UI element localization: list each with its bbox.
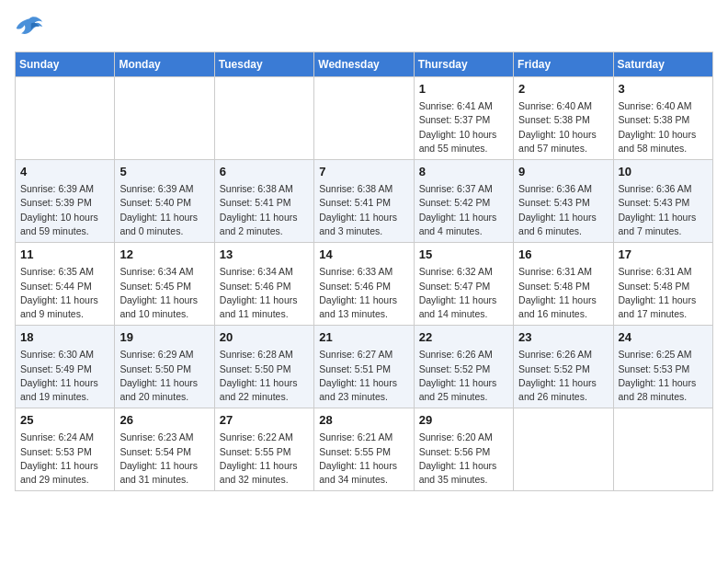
day-info: Sunrise: 6:31 AM Sunset: 5:48 PM Dayligh… (619, 265, 708, 321)
day-info: Sunrise: 6:39 AM Sunset: 5:40 PM Dayligh… (119, 182, 209, 238)
calendar-cell: 24Sunrise: 6:25 AM Sunset: 5:53 PM Dayli… (613, 326, 712, 408)
day-number: 27 (220, 412, 309, 429)
calendar-cell: 19Sunrise: 6:29 AM Sunset: 5:50 PM Dayli… (115, 326, 214, 408)
day-info: Sunrise: 6:31 AM Sunset: 5:48 PM Dayligh… (518, 265, 608, 321)
page-header (15, 15, 713, 40)
calendar-table: SundayMondayTuesdayWednesdayThursdayFrid… (15, 52, 713, 491)
calendar-cell: 14Sunrise: 6:33 AM Sunset: 5:46 PM Dayli… (314, 243, 414, 326)
calendar-week-row: 11Sunrise: 6:35 AM Sunset: 5:44 PM Dayli… (16, 243, 713, 326)
day-number: 21 (319, 329, 408, 346)
calendar-cell (514, 408, 613, 491)
day-info: Sunrise: 6:40 AM Sunset: 5:38 PM Dayligh… (518, 99, 608, 155)
calendar-cell: 25Sunrise: 6:24 AM Sunset: 5:53 PM Dayli… (16, 408, 115, 491)
calendar-cell: 20Sunrise: 6:28 AM Sunset: 5:50 PM Dayli… (214, 326, 313, 408)
day-info: Sunrise: 6:27 AM Sunset: 5:51 PM Dayligh… (319, 348, 408, 404)
day-info: Sunrise: 6:36 AM Sunset: 5:43 PM Dayligh… (619, 182, 708, 238)
logo-icon (15, 15, 44, 40)
day-number: 28 (319, 412, 408, 429)
day-number: 29 (419, 412, 508, 429)
calendar-cell: 28Sunrise: 6:21 AM Sunset: 5:55 PM Dayli… (314, 408, 414, 491)
day-header-saturday: Saturday (613, 52, 712, 77)
calendar-cell: 7Sunrise: 6:38 AM Sunset: 5:41 PM Daylig… (314, 160, 414, 243)
day-header-friday: Friday (514, 52, 613, 77)
day-info: Sunrise: 6:34 AM Sunset: 5:45 PM Dayligh… (119, 265, 209, 321)
day-number: 23 (518, 329, 608, 346)
day-info: Sunrise: 6:34 AM Sunset: 5:46 PM Dayligh… (220, 265, 309, 321)
day-info: Sunrise: 6:26 AM Sunset: 5:52 PM Dayligh… (419, 348, 508, 404)
day-number: 3 (619, 81, 708, 98)
calendar-week-row: 18Sunrise: 6:30 AM Sunset: 5:49 PM Dayli… (16, 326, 713, 408)
day-number: 25 (20, 412, 109, 429)
calendar-cell: 2Sunrise: 6:40 AM Sunset: 5:38 PM Daylig… (514, 77, 613, 160)
calendar-cell: 22Sunrise: 6:26 AM Sunset: 5:52 PM Dayli… (414, 326, 513, 408)
day-number: 18 (20, 329, 109, 346)
calendar-week-row: 4Sunrise: 6:39 AM Sunset: 5:39 PM Daylig… (16, 160, 713, 243)
calendar-header-row: SundayMondayTuesdayWednesdayThursdayFrid… (16, 52, 713, 77)
day-info: Sunrise: 6:40 AM Sunset: 5:38 PM Dayligh… (619, 99, 708, 155)
calendar-cell: 1Sunrise: 6:41 AM Sunset: 5:37 PM Daylig… (414, 77, 513, 160)
day-number: 12 (119, 247, 209, 263)
day-info: Sunrise: 6:25 AM Sunset: 5:53 PM Dayligh… (619, 348, 708, 404)
day-header-sunday: Sunday (16, 52, 115, 77)
calendar-week-row: 25Sunrise: 6:24 AM Sunset: 5:53 PM Dayli… (16, 408, 713, 491)
calendar-cell (214, 77, 313, 160)
day-number: 9 (518, 164, 608, 180)
day-number: 26 (119, 412, 209, 429)
day-info: Sunrise: 6:41 AM Sunset: 5:37 PM Dayligh… (419, 99, 508, 155)
day-header-tuesday: Tuesday (214, 52, 313, 77)
day-number: 5 (119, 164, 209, 180)
calendar-cell: 3Sunrise: 6:40 AM Sunset: 5:38 PM Daylig… (613, 77, 712, 160)
day-number: 7 (319, 164, 408, 180)
calendar-cell (314, 77, 414, 160)
calendar-cell: 15Sunrise: 6:32 AM Sunset: 5:47 PM Dayli… (414, 243, 513, 326)
calendar-cell: 9Sunrise: 6:36 AM Sunset: 5:43 PM Daylig… (514, 160, 613, 243)
calendar-cell: 4Sunrise: 6:39 AM Sunset: 5:39 PM Daylig… (16, 160, 115, 243)
logo (15, 15, 48, 40)
day-number: 24 (619, 329, 708, 346)
day-number: 1 (419, 81, 508, 98)
day-info: Sunrise: 6:39 AM Sunset: 5:39 PM Dayligh… (20, 182, 109, 238)
day-info: Sunrise: 6:36 AM Sunset: 5:43 PM Dayligh… (518, 182, 608, 238)
day-number: 20 (220, 329, 309, 346)
calendar-cell: 13Sunrise: 6:34 AM Sunset: 5:46 PM Dayli… (214, 243, 313, 326)
day-number: 11 (20, 247, 109, 263)
calendar-cell: 26Sunrise: 6:23 AM Sunset: 5:54 PM Dayli… (115, 408, 214, 491)
day-number: 4 (20, 164, 109, 180)
day-number: 17 (619, 247, 708, 263)
day-number: 13 (220, 247, 309, 263)
calendar-cell: 10Sunrise: 6:36 AM Sunset: 5:43 PM Dayli… (613, 160, 712, 243)
calendar-cell: 5Sunrise: 6:39 AM Sunset: 5:40 PM Daylig… (115, 160, 214, 243)
calendar-cell: 23Sunrise: 6:26 AM Sunset: 5:52 PM Dayli… (514, 326, 613, 408)
day-number: 16 (518, 247, 608, 263)
day-info: Sunrise: 6:37 AM Sunset: 5:42 PM Dayligh… (419, 182, 508, 238)
calendar-cell: 17Sunrise: 6:31 AM Sunset: 5:48 PM Dayli… (613, 243, 712, 326)
day-info: Sunrise: 6:20 AM Sunset: 5:56 PM Dayligh… (419, 431, 508, 487)
calendar-cell: 16Sunrise: 6:31 AM Sunset: 5:48 PM Dayli… (514, 243, 613, 326)
day-info: Sunrise: 6:24 AM Sunset: 5:53 PM Dayligh… (20, 431, 109, 487)
day-header-monday: Monday (115, 52, 214, 77)
calendar-cell: 27Sunrise: 6:22 AM Sunset: 5:55 PM Dayli… (214, 408, 313, 491)
day-number: 19 (119, 329, 209, 346)
day-number: 8 (419, 164, 508, 180)
day-info: Sunrise: 6:23 AM Sunset: 5:54 PM Dayligh… (119, 431, 209, 487)
day-info: Sunrise: 6:26 AM Sunset: 5:52 PM Dayligh… (518, 348, 608, 404)
calendar-cell: 18Sunrise: 6:30 AM Sunset: 5:49 PM Dayli… (16, 326, 115, 408)
calendar-cell (115, 77, 214, 160)
day-info: Sunrise: 6:33 AM Sunset: 5:46 PM Dayligh… (319, 265, 408, 321)
day-header-thursday: Thursday (414, 52, 513, 77)
calendar-cell: 21Sunrise: 6:27 AM Sunset: 5:51 PM Dayli… (314, 326, 414, 408)
day-number: 6 (220, 164, 309, 180)
calendar-week-row: 1Sunrise: 6:41 AM Sunset: 5:37 PM Daylig… (16, 77, 713, 160)
day-header-wednesday: Wednesday (314, 52, 414, 77)
day-info: Sunrise: 6:28 AM Sunset: 5:50 PM Dayligh… (220, 348, 309, 404)
day-number: 10 (619, 164, 708, 180)
calendar-cell: 8Sunrise: 6:37 AM Sunset: 5:42 PM Daylig… (414, 160, 513, 243)
day-info: Sunrise: 6:22 AM Sunset: 5:55 PM Dayligh… (220, 431, 309, 487)
day-info: Sunrise: 6:29 AM Sunset: 5:50 PM Dayligh… (119, 348, 209, 404)
calendar-cell (613, 408, 712, 491)
day-number: 2 (518, 81, 608, 98)
day-number: 15 (419, 247, 508, 263)
day-info: Sunrise: 6:32 AM Sunset: 5:47 PM Dayligh… (419, 265, 508, 321)
calendar-cell (16, 77, 115, 160)
day-info: Sunrise: 6:30 AM Sunset: 5:49 PM Dayligh… (20, 348, 109, 404)
